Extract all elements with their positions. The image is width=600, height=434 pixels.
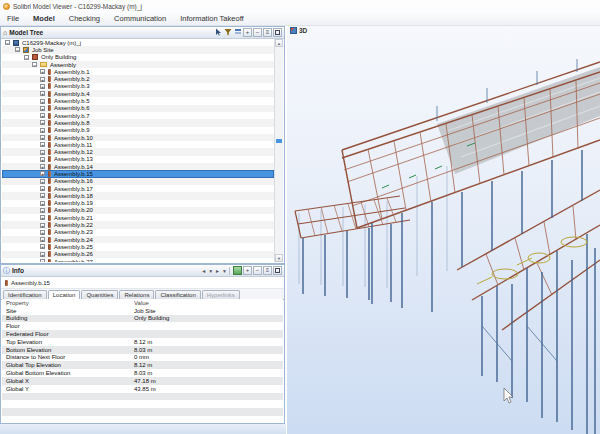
expander-plus-icon[interactable]: [40, 215, 45, 220]
expander-minus-icon[interactable]: [15, 47, 20, 52]
table-row[interactable]: Bottom Elevation8.03 m: [2, 346, 283, 354]
panel-menu-button[interactable]: ≡: [263, 266, 272, 275]
tree-item[interactable]: Assembly.b.25: [2, 243, 274, 250]
tree-item[interactable]: Assembly.b.21: [2, 214, 274, 221]
3d-view-tab[interactable]: 3D: [290, 27, 307, 34]
tree-item[interactable]: Assembly.b.14: [2, 163, 274, 170]
expand-all-button[interactable]: +: [243, 28, 252, 37]
expander-plus-icon[interactable]: [40, 91, 45, 96]
expander-plus-icon[interactable]: [40, 142, 45, 147]
expander-plus-icon[interactable]: [40, 179, 45, 184]
expander-plus-icon[interactable]: [40, 244, 45, 249]
3d-viewport[interactable]: 3D: [287, 26, 600, 434]
expander-plus-icon[interactable]: [40, 120, 45, 125]
expander-minus-icon[interactable]: [24, 55, 29, 60]
expander-plus-icon[interactable]: [40, 237, 45, 242]
tree-item[interactable]: Assembly.b.11: [2, 141, 274, 148]
expander-plus-icon[interactable]: [40, 157, 45, 162]
expander-plus-icon[interactable]: [40, 208, 45, 213]
expander-plus-icon[interactable]: [40, 223, 45, 228]
scrollbar-selection-marker[interactable]: [276, 139, 282, 143]
tree-item[interactable]: Assembly.b.2: [2, 75, 274, 82]
tree-item[interactable]: Assembly.b.5: [2, 97, 274, 104]
scroll-up-icon[interactable]: ▲: [275, 39, 283, 47]
menu-checking[interactable]: Checking: [62, 14, 107, 23]
filter-icon[interactable]: [223, 28, 232, 37]
table-row[interactable]: Floor: [2, 322, 283, 330]
tree-item[interactable]: Assembly.b.12: [2, 148, 274, 155]
expander-plus-icon[interactable]: [40, 259, 45, 262]
collapse-panel-button[interactable]: −: [253, 266, 262, 275]
tab-relations[interactable]: Relations: [119, 290, 154, 299]
tree-item[interactable]: Assembly.b.4: [2, 90, 274, 97]
menu-information-takeoff[interactable]: Information Takeoff: [173, 14, 251, 23]
tree-item[interactable]: Assembly.b.6: [2, 105, 274, 112]
tab-quantities[interactable]: Quantities: [81, 290, 118, 299]
tree-item[interactable]: Assembly.b.7: [2, 112, 274, 119]
tree-item[interactable]: Assembly.b.10: [2, 134, 274, 141]
detach-panel-button[interactable]: [273, 266, 282, 275]
tree-item[interactable]: Assembly.b.23: [2, 229, 274, 236]
tree-item[interactable]: Assembly.b.19: [2, 200, 274, 207]
tree-item[interactable]: Assembly.b.3: [2, 83, 274, 90]
next-dropdown-icon[interactable]: ▼: [222, 268, 227, 274]
table-row[interactable]: Federated Floor: [2, 330, 283, 338]
table-row[interactable]: Global Y43.85 m: [2, 385, 283, 393]
expander-plus-icon[interactable]: [40, 171, 45, 176]
expander-plus-icon[interactable]: [40, 84, 45, 89]
tree-item-assembly-folder[interactable]: Assembly: [2, 61, 274, 68]
tree-item-job-site[interactable]: Job Site: [2, 46, 274, 53]
expand-panel-button[interactable]: +: [243, 266, 252, 275]
tree-item[interactable]: Assembly.b.27: [2, 258, 274, 262]
table-row[interactable]: SiteJob Site: [2, 307, 283, 315]
menu-file[interactable]: File: [0, 14, 26, 23]
tree-item-only-building[interactable]: Only Building: [2, 54, 274, 61]
expander-plus-icon[interactable]: [40, 164, 45, 169]
select-pointer-icon[interactable]: [213, 28, 222, 37]
menu-communication[interactable]: Communication: [107, 14, 173, 23]
detach-panel-button[interactable]: [273, 28, 282, 37]
tree-item[interactable]: Assembly.b.26: [2, 251, 274, 258]
table-row[interactable]: Global X47.18 m: [2, 377, 283, 385]
table-row[interactable]: BuildingOnly Building: [2, 315, 283, 323]
expander-plus-icon[interactable]: [40, 186, 45, 191]
tree-scrollbar[interactable]: ▲ ▼: [274, 39, 283, 262]
expander-plus-icon[interactable]: [40, 201, 45, 206]
expander-plus-icon[interactable]: [40, 99, 45, 104]
tree-item[interactable]: Assembly.b.9: [2, 127, 274, 134]
panel-menu-button[interactable]: ≡: [263, 28, 272, 37]
show-in-3d-button[interactable]: [233, 266, 242, 275]
steel-frame-model[interactable]: [287, 26, 600, 434]
scroll-down-icon[interactable]: ▼: [275, 254, 283, 262]
expander-plus-icon[interactable]: [40, 230, 45, 235]
tree-item-root[interactable]: C16299-Mackay (m)_j: [2, 39, 274, 46]
prev-dropdown-icon[interactable]: ▼: [208, 268, 213, 274]
table-row[interactable]: Top Elevation8.12 m: [2, 338, 283, 346]
tree-item[interactable]: Assembly.b.8: [2, 119, 274, 126]
expander-plus-icon[interactable]: [40, 135, 45, 140]
expander-plus-icon[interactable]: [40, 113, 45, 118]
table-row[interactable]: Global Bottom Elevation8.03 m: [2, 369, 283, 377]
prev-button[interactable]: ◄: [201, 268, 206, 274]
layers-icon[interactable]: [233, 28, 242, 37]
expander-plus-icon[interactable]: [40, 150, 45, 155]
table-row[interactable]: Global Top Elevation8.12 m: [2, 361, 283, 369]
expander-plus-icon[interactable]: [40, 252, 45, 257]
next-button[interactable]: ►: [215, 268, 220, 274]
tree-item[interactable]: Assembly.b.16: [2, 178, 274, 185]
tree-item[interactable]: Assembly.b.1: [2, 68, 274, 75]
collapse-all-button[interactable]: −: [253, 28, 262, 37]
tree-item-selected[interactable]: Assembly.b.15: [2, 170, 274, 177]
expander-plus-icon[interactable]: [40, 128, 45, 133]
expander-minus-icon[interactable]: [32, 62, 37, 67]
tree-item[interactable]: Assembly.b.22: [2, 221, 274, 228]
table-row[interactable]: Distance to Next Floor0 mm: [2, 354, 283, 362]
expander-plus-icon[interactable]: [40, 69, 45, 74]
expander-plus-icon[interactable]: [40, 77, 45, 82]
tree-item[interactable]: Assembly.b.24: [2, 236, 274, 243]
expander-plus-icon[interactable]: [40, 193, 45, 198]
tree-item[interactable]: Assembly.b.18: [2, 192, 274, 199]
tab-identification[interactable]: Identification: [3, 290, 47, 299]
expander-minus-icon[interactable]: [5, 40, 10, 45]
menu-model[interactable]: Model: [26, 14, 62, 23]
